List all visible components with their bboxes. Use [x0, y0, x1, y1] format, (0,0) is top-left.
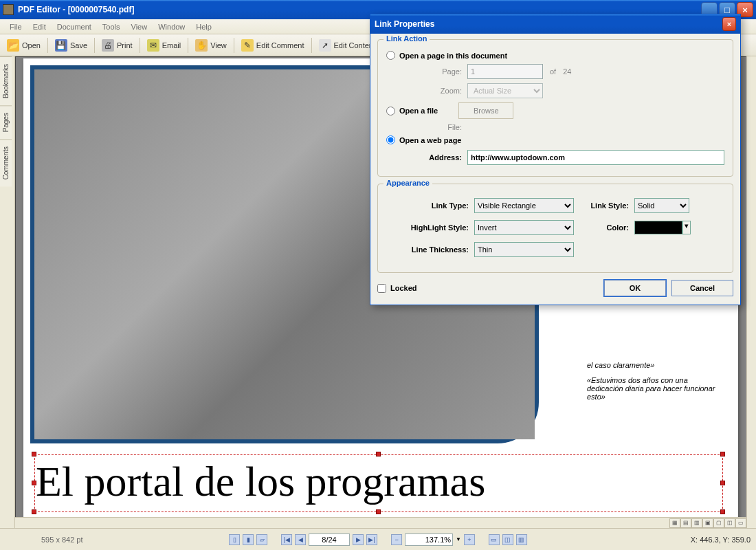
- link-action-group: Link Action Open a page in this document…: [377, 39, 733, 177]
- view-mode-icon[interactable]: ◫: [724, 518, 735, 528]
- link-type-label: Link Type:: [386, 201, 469, 210]
- cursor-icon: ➚: [319, 39, 331, 52]
- view-button[interactable]: ✋View: [191, 38, 231, 53]
- layout-continuous-icon[interactable]: ▮: [243, 534, 254, 545]
- highlight-select[interactable]: Invert: [474, 220, 574, 235]
- file-label: File:: [400, 123, 462, 131]
- layout-single-icon[interactable]: ▯: [229, 534, 240, 545]
- thickness-label: Line Thickness:: [386, 245, 469, 254]
- folder-open-icon: 📂: [7, 39, 19, 52]
- zoom-level[interactable]: [405, 534, 453, 546]
- print-button[interactable]: 🖨Print: [98, 38, 137, 53]
- menu-document[interactable]: Document: [52, 21, 97, 32]
- page-indicator[interactable]: [309, 534, 350, 546]
- open-button[interactable]: 📂Open: [3, 38, 45, 53]
- last-page-icon[interactable]: ▶|: [366, 534, 377, 545]
- view-mode-icon[interactable]: ▤: [680, 518, 691, 528]
- dialog-close-button[interactable]: ×: [722, 17, 736, 31]
- radio-open-file-input[interactable]: [386, 107, 395, 116]
- menu-view[interactable]: View: [126, 21, 153, 32]
- address-input[interactable]: [467, 150, 724, 165]
- thickness-select[interactable]: Thin: [474, 242, 574, 257]
- edit-comment-button[interactable]: ✎Edit Comment: [237, 38, 309, 53]
- color-picker[interactable]: [634, 221, 682, 234]
- first-page-icon[interactable]: |◀: [281, 534, 292, 545]
- menu-tools[interactable]: Tools: [97, 21, 126, 32]
- locked-checkbox-input[interactable]: [377, 284, 386, 293]
- radio-open-web[interactable]: Open a web page: [386, 135, 724, 144]
- tab-comments[interactable]: Comments: [0, 139, 12, 186]
- quote-1: el caso claramente»: [587, 361, 718, 369]
- appearance-label: Appearance: [383, 179, 432, 187]
- browse-button[interactable]: Browse: [458, 102, 513, 119]
- locked-checkbox[interactable]: Locked: [377, 284, 417, 293]
- single-page-view-icon[interactable]: ▭: [489, 534, 500, 545]
- selection-box[interactable]: [34, 454, 723, 512]
- continuous-view-icon[interactable]: ▥: [516, 534, 527, 545]
- link-type-select[interactable]: Visible Rectangle: [474, 198, 574, 213]
- dialog-title: Link Properties: [375, 19, 434, 29]
- zoom-in-icon[interactable]: +: [464, 534, 475, 545]
- view-mode-icon[interactable]: ▭: [735, 518, 746, 528]
- comment-icon: ✎: [241, 39, 254, 52]
- page-dimensions: 595 x 842 pt: [41, 536, 83, 544]
- dialog-titlebar[interactable]: Link Properties ×: [370, 14, 740, 34]
- menu-window[interactable]: Window: [153, 21, 190, 32]
- highlight-label: HighLight Style:: [386, 223, 469, 232]
- view-mode-icon[interactable]: ▢: [713, 518, 724, 528]
- radio-open-page-input[interactable]: [386, 51, 395, 60]
- horizontal-scrollbar[interactable]: ▦ ▤ ▥ ▣ ▢ ◫ ▭: [15, 517, 746, 528]
- prev-page-icon[interactable]: ◀: [295, 534, 306, 545]
- radio-open-file[interactable]: Open a file Browse: [386, 102, 724, 119]
- link-action-label: Link Action: [383, 34, 430, 43]
- email-button[interactable]: ✉Email: [143, 38, 186, 53]
- cursor-coordinates: X: 446.3, Y: 359.0: [691, 536, 751, 544]
- envelope-icon: ✉: [147, 39, 159, 52]
- link-style-select[interactable]: Solid: [634, 198, 689, 213]
- ok-button[interactable]: OK: [604, 280, 666, 296]
- color-label: Color:: [574, 223, 629, 232]
- link-style-label: Link Style:: [574, 201, 629, 210]
- vertical-scrollbar[interactable]: [746, 56, 756, 528]
- tab-pages[interactable]: Pages: [0, 105, 12, 139]
- address-label: Address:: [400, 153, 462, 162]
- zoom-out-icon[interactable]: −: [391, 534, 402, 545]
- menu-edit[interactable]: Edit: [27, 21, 52, 32]
- link-properties-dialog: Link Properties × Link Action Open a pag…: [370, 14, 741, 305]
- layout-facing-icon[interactable]: ▱: [256, 534, 267, 545]
- zoom-select: Actual Size: [467, 83, 543, 98]
- menu-help[interactable]: Help: [190, 21, 217, 32]
- quote-2: «Estuvimos dos años con una dedicación d…: [587, 376, 718, 401]
- page-side-quotes: el caso claramente» «Estuvimos dos años …: [587, 361, 718, 408]
- zoom-label: Zoom:: [400, 87, 462, 95]
- printer-icon: 🖨: [102, 39, 114, 52]
- page-input: [467, 64, 543, 79]
- of-label: of: [550, 67, 556, 76]
- cancel-button[interactable]: Cancel: [671, 280, 733, 296]
- save-button[interactable]: 💾Save: [51, 38, 91, 53]
- app-icon: [3, 4, 14, 15]
- page-label: Page:: [400, 67, 462, 76]
- radio-open-web-input[interactable]: [386, 135, 395, 144]
- view-mode-icon[interactable]: ▦: [669, 518, 680, 528]
- floppy-icon: 💾: [55, 39, 67, 52]
- status-bar: 595 x 842 pt ▯ ▮ ▱ |◀ ◀ ▶ ▶| − ▼ + ▭ ◫ ▥…: [0, 528, 756, 550]
- window-title: PDF Editor - [0000007540.pdf]: [18, 5, 134, 14]
- radio-open-page[interactable]: Open a page in this document: [386, 51, 724, 60]
- side-panel-tabs: Bookmarks Pages Comments: [0, 56, 15, 528]
- view-mode-icon[interactable]: ▣: [702, 518, 713, 528]
- appearance-group: Appearance Link Type: Visible Rectangle …: [377, 184, 733, 273]
- view-mode-icon[interactable]: ▥: [691, 518, 702, 528]
- menu-file[interactable]: File: [4, 21, 27, 32]
- hand-icon: ✋: [195, 39, 208, 52]
- tab-bookmarks[interactable]: Bookmarks: [0, 56, 12, 105]
- two-page-view-icon[interactable]: ◫: [502, 534, 513, 545]
- total-pages: 24: [563, 67, 571, 76]
- next-page-icon[interactable]: ▶: [353, 534, 364, 545]
